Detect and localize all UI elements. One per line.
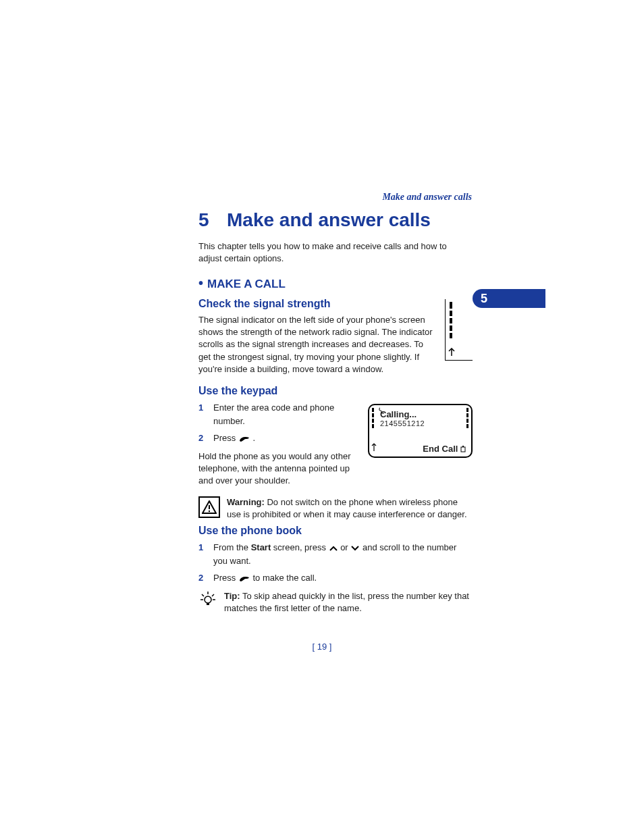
phonebook-step-2: Press to make the call. [198,571,473,585]
tip-text: Tip: To skip ahead quickly in the list, … [224,590,473,615]
warning-note: Warning: Do not switch on the phone when… [198,496,473,521]
keypad-step-2: Press . [198,432,473,445]
phonebook-step-1: From the Start screen, press or and scro… [198,541,473,567]
chapter-number: 5 [198,209,227,231]
subheading-keypad: Use the keypad [198,385,473,397]
section-make-a-call: •MAKE A CALL [198,276,473,291]
send-key-icon [238,435,250,443]
svg-point-7 [205,596,211,603]
subsection-phonebook: Use the phone book From the Start screen… [198,525,473,615]
subheading-signal: Check the signal strength [198,298,473,310]
subsection-keypad: Use the keypad Calling... 2145551212 End… [198,385,473,521]
warning-text: Warning: Do not switch on the phone when… [227,496,473,521]
phonebook-steps: From the Start screen, press or and scro… [198,541,473,585]
running-header: Make and answer calls [382,192,472,203]
side-chapter-tab: 5 [473,289,545,308]
svg-rect-3 [462,446,464,447]
chapter-title: 5Make and answer calls [198,209,473,231]
chapter-title-text: Make and answer calls [227,209,431,230]
svg-line-11 [212,594,214,596]
chapter-intro: This chapter tells you how to make and r… [198,240,473,264]
svg-point-6 [209,511,210,512]
tip-note: Tip: To skip ahead quickly in the list, … [198,590,473,615]
page-number: [ 19 ] [0,642,644,652]
end-call-label: End Call [423,444,466,454]
battery-icon [460,446,466,452]
signal-body-text: The signal indicator on the left side of… [198,314,473,375]
svg-rect-2 [461,447,465,452]
scroll-down-icon [350,545,360,552]
section-heading-text: MAKE A CALL [207,278,286,290]
signal-indicator-illustration [445,298,473,361]
content-area: 5Make and answer calls This chapter tell… [198,209,473,619]
svg-line-10 [202,594,204,596]
svg-rect-8 [207,603,209,605]
scroll-up-icon [329,545,338,552]
subsection-signal: Check the signal strength The signal ind… [198,298,473,381]
subheading-phonebook: Use the phone book [198,525,473,537]
hold-phone-text: Hold the phone as you would any other te… [198,450,360,488]
antenna-icon [448,348,455,356]
send-key-icon [238,575,250,583]
keypad-steps: Enter the area code and phone number. Pr… [198,401,473,445]
keypad-step-1: Enter the area code and phone number. [198,401,473,427]
page: Make and answer calls 5 5Make and answer… [0,0,644,834]
tip-icon [198,590,217,615]
warning-icon [198,496,220,518]
